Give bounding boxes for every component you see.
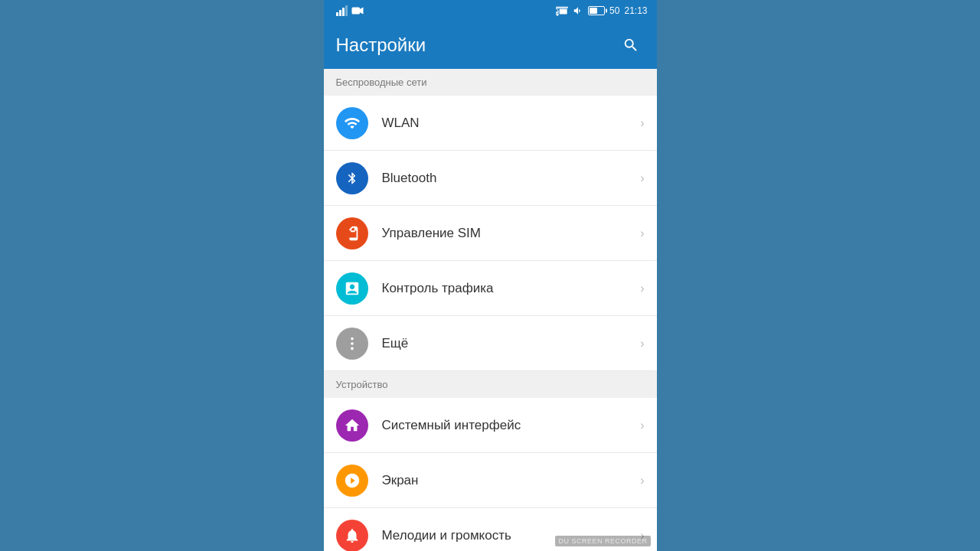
- svg-rect-4: [351, 8, 360, 15]
- wlan-label: WLAN: [382, 116, 635, 131]
- bluetooth-chevron: ›: [640, 171, 644, 185]
- interface-icon-bg: [336, 409, 368, 442]
- sound-icon-bg: [336, 520, 368, 552]
- interface-chevron: ›: [640, 419, 644, 432]
- phone-screen: 50 21:13 Настройки Беспроводные сети WLA…: [324, 0, 657, 551]
- watermark: DU SCREEN RECORDER: [555, 536, 650, 546]
- sim-icon-bg: [336, 217, 368, 249]
- bluetooth-icon-bg: [336, 162, 368, 194]
- more-label: Ещё: [382, 336, 635, 351]
- svg-point-8: [351, 337, 354, 340]
- section-header-device: Устройство: [324, 371, 657, 398]
- more-chevron: ›: [640, 337, 644, 350]
- sim-icon: [344, 225, 361, 242]
- more-icon-bg: [336, 328, 368, 360]
- traffic-chevron: ›: [640, 282, 644, 295]
- settings-item-sim[interactable]: Управление SIM ›: [324, 206, 657, 261]
- wifi-icon: [344, 115, 361, 132]
- svg-rect-7: [560, 8, 567, 14]
- battery-percent: 50: [609, 5, 619, 16]
- search-button[interactable]: [617, 31, 645, 59]
- screen-label: Экран: [382, 473, 635, 488]
- time-display: 21:13: [624, 5, 647, 16]
- more-icon: [344, 335, 361, 352]
- bluetooth-label: Bluetooth: [382, 171, 635, 186]
- traffic-label: Контроль трафика: [382, 281, 635, 296]
- search-icon: [622, 37, 639, 54]
- traffic-icon: [344, 280, 361, 297]
- cast-icon: [556, 6, 568, 16]
- app-bar: Настройки: [324, 21, 657, 69]
- wlan-icon-bg: [336, 107, 368, 139]
- settings-item-interface[interactable]: Системный интерфейс ›: [324, 398, 657, 453]
- status-icons-right: 50 21:13: [556, 5, 647, 16]
- svg-rect-1: [339, 10, 341, 16]
- svg-rect-6: [557, 14, 559, 15]
- section-header-wireless: Беспроводные сети: [324, 69, 657, 96]
- settings-item-more[interactable]: Ещё ›: [324, 316, 657, 371]
- svg-point-9: [351, 342, 354, 345]
- screen-chevron: ›: [640, 474, 644, 487]
- settings-item-screen[interactable]: Экран ›: [324, 453, 657, 508]
- svg-rect-0: [336, 12, 338, 16]
- signal-icon: [336, 5, 348, 16]
- svg-rect-3: [345, 5, 348, 16]
- sim-chevron: ›: [640, 227, 644, 240]
- battery-icon: [588, 6, 605, 15]
- settings-list: Беспроводные сети WLAN › Bluetooth ›: [324, 69, 657, 551]
- svg-marker-5: [360, 8, 364, 15]
- svg-rect-2: [342, 8, 345, 16]
- sim-label: Управление SIM: [382, 226, 635, 241]
- settings-item-traffic[interactable]: Контроль трафика ›: [324, 261, 657, 316]
- status-bar: 50 21:13: [324, 0, 657, 21]
- interface-icon: [344, 417, 361, 434]
- page-title: Настройки: [336, 34, 426, 56]
- traffic-icon-bg: [336, 272, 368, 305]
- settings-item-wlan[interactable]: WLAN ›: [324, 96, 657, 151]
- bluetooth-icon: [345, 170, 359, 187]
- interface-label: Системный интерфейс: [382, 418, 635, 433]
- wlan-chevron: ›: [640, 116, 644, 130]
- screen-icon-bg: [336, 465, 368, 497]
- settings-item-bluetooth[interactable]: Bluetooth ›: [324, 151, 657, 206]
- camera-icon: [351, 6, 364, 15]
- volume-icon: [573, 5, 583, 16]
- status-bar-left: [333, 5, 364, 16]
- screen-icon: [344, 472, 361, 489]
- sound-icon: [344, 527, 361, 544]
- svg-point-10: [351, 347, 354, 350]
